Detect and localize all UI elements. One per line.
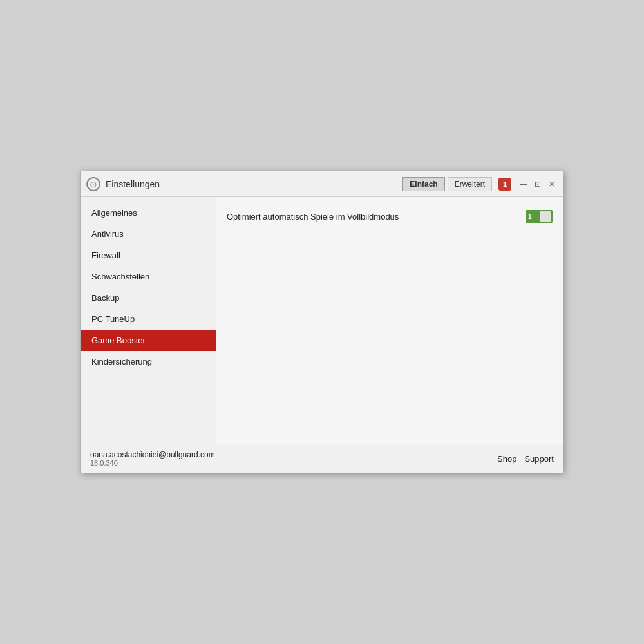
shop-link[interactable]: Shop — [497, 454, 516, 464]
einfach-button[interactable]: Einfach — [402, 177, 444, 191]
toggle-handle — [540, 211, 551, 222]
sidebar-item-allgemeines[interactable]: Allgemeines — [81, 202, 216, 223]
footer-version: 18.0.340 — [90, 459, 497, 467]
main-content: Optimiert automatisch Spiele im Vollbild… — [216, 197, 563, 444]
content-area: Allgemeines Antivirus Firewall Schwachst… — [81, 197, 563, 444]
erweitert-button[interactable]: Erweitert — [448, 177, 492, 191]
footer: oana.acostachioaiei@bullguard.com 18.0.3… — [81, 444, 563, 473]
sidebar-item-schwachstellen[interactable]: Schwachstellen — [81, 266, 216, 287]
sidebar-item-pc-tuneup[interactable]: PC TuneUp — [81, 308, 216, 330]
sidebar-item-antivirus[interactable]: Antivirus — [81, 223, 216, 245]
sidebar: Allgemeines Antivirus Firewall Schwachst… — [81, 197, 216, 444]
title-bar-right: Einfach Erweitert 1 — ⊡ ✕ — [402, 177, 558, 191]
toggle-switch-game-booster[interactable]: 1 — [526, 210, 553, 223]
settings-icon: ⊙ — [86, 177, 100, 191]
window-title: Einstellungen — [106, 179, 160, 189]
footer-left: oana.acostachioaiei@bullguard.com 18.0.3… — [90, 450, 497, 467]
support-link[interactable]: Support — [524, 454, 554, 464]
window-controls: — ⊡ ✕ — [518, 178, 558, 190]
notification-badge: 1 — [498, 178, 511, 191]
sidebar-item-kindersicherung[interactable]: Kindersicherung — [81, 351, 216, 372]
close-button[interactable]: ✕ — [546, 178, 558, 190]
setting-label: Optimiert automatisch Spiele im Vollbild… — [227, 212, 399, 222]
sidebar-item-firewall[interactable]: Firewall — [81, 245, 216, 266]
minimize-button[interactable]: — — [518, 178, 529, 190]
footer-email: oana.acostachioaiei@bullguard.com — [90, 450, 497, 459]
maximize-button[interactable]: ⊡ — [532, 178, 544, 190]
title-bar-left: ⊙ Einstellungen — [86, 177, 160, 191]
setting-row-game-booster: Optimiert automatisch Spiele im Vollbild… — [227, 207, 553, 225]
sidebar-item-game-booster[interactable]: Game Booster — [81, 330, 216, 351]
application-window: ⊙ Einstellungen Einfach Erweitert 1 — ⊡ … — [80, 171, 564, 473]
toggle-on-text: 1 — [528, 213, 532, 220]
title-bar: ⊙ Einstellungen Einfach Erweitert 1 — ⊡ … — [81, 171, 563, 197]
footer-right: Shop Support — [497, 454, 554, 464]
sidebar-item-backup[interactable]: Backup — [81, 287, 216, 308]
